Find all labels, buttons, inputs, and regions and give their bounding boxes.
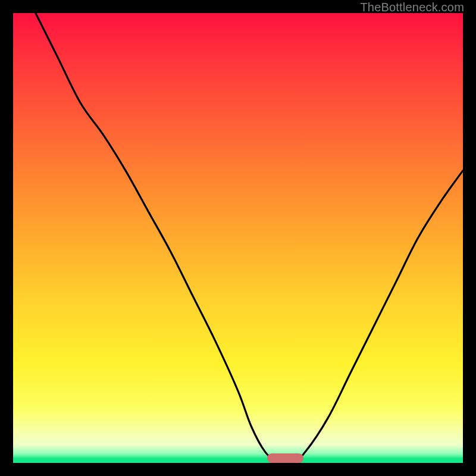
curve-svg: [13, 13, 463, 463]
bottleneck-curve: [36, 13, 463, 463]
chart-container: TheBottleneck.com: [0, 0, 476, 476]
attribution-text: TheBottleneck.com: [360, 1, 464, 14]
minimum-marker: [267, 453, 303, 463]
plot-area: [13, 13, 463, 463]
